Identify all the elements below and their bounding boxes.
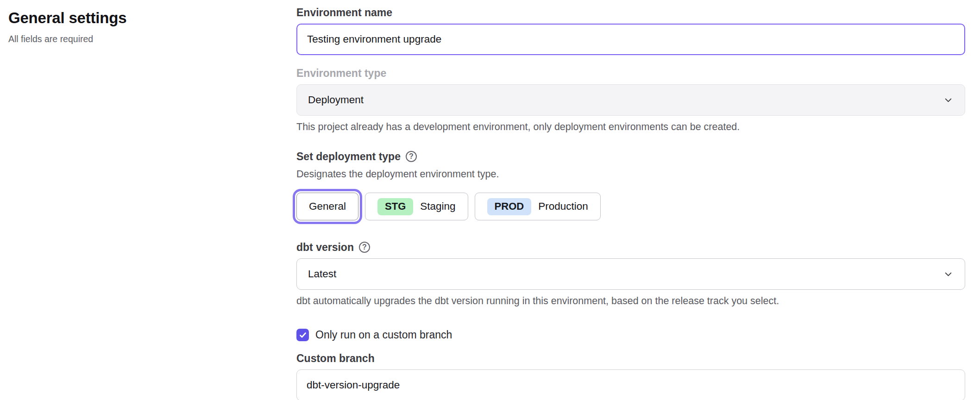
dbt-version-select[interactable]: Latest (296, 258, 965, 290)
deployment-type-general-button[interactable]: General (296, 193, 358, 220)
page-subtitle: All fields are required (8, 34, 296, 44)
dbt-version-selected-value: Latest (308, 268, 336, 280)
checkmark-icon (299, 331, 307, 339)
settings-header-column: General settings All fields are required (0, 0, 296, 400)
deployment-type-staging-button[interactable]: STG Staging (365, 193, 468, 220)
dbt-version-field: dbt version ? Latest dbt automatically u… (296, 241, 965, 307)
custom-branch-checkbox[interactable] (296, 329, 309, 341)
staging-badge: STG (377, 198, 413, 215)
deployment-type-general-label: General (309, 200, 346, 212)
custom-branch-label: Custom branch (296, 352, 965, 365)
deployment-type-field: Set deployment type ? Designates the dep… (296, 150, 965, 224)
deployment-type-label: Set deployment type (296, 150, 401, 163)
deployment-type-description: Designates the deployment environment ty… (296, 168, 965, 181)
deployment-type-staging-label: Staging (420, 200, 455, 212)
help-icon[interactable]: ? (359, 242, 370, 253)
environment-type-field: Environment type Deployment This project… (296, 67, 965, 133)
environment-type-selected-value: Deployment (308, 94, 364, 106)
environment-name-input[interactable] (296, 24, 965, 55)
deployment-type-options: General STG Staging PROD Production (296, 189, 965, 224)
environment-name-field: Environment name (296, 6, 965, 55)
help-icon[interactable]: ? (406, 151, 417, 162)
environment-name-label: Environment name (296, 6, 965, 19)
dbt-version-helper-text: dbt automatically upgrades the dbt versi… (296, 294, 965, 307)
environment-settings-page: General settings All fields are required… (0, 0, 980, 400)
production-badge: PROD (487, 198, 532, 215)
environment-type-helper-text: This project already has a development e… (296, 120, 965, 133)
custom-branch-checkbox-row: Only run on a custom branch (296, 329, 965, 341)
dbt-version-label: dbt version (296, 241, 354, 254)
deployment-type-production-label: Production (538, 200, 588, 212)
deployment-type-production-button[interactable]: PROD Production (475, 193, 601, 220)
custom-branch-field: Custom branch (296, 352, 965, 400)
chevron-down-icon (943, 95, 954, 106)
custom-branch-input[interactable] (296, 369, 965, 400)
environment-settings-form: Environment name Environment type Deploy… (296, 0, 965, 400)
environment-type-label: Environment type (296, 67, 965, 80)
custom-branch-checkbox-label[interactable]: Only run on a custom branch (315, 329, 452, 341)
chevron-down-icon (943, 269, 954, 280)
page-title: General settings (8, 9, 296, 27)
environment-type-select[interactable]: Deployment (296, 84, 965, 116)
